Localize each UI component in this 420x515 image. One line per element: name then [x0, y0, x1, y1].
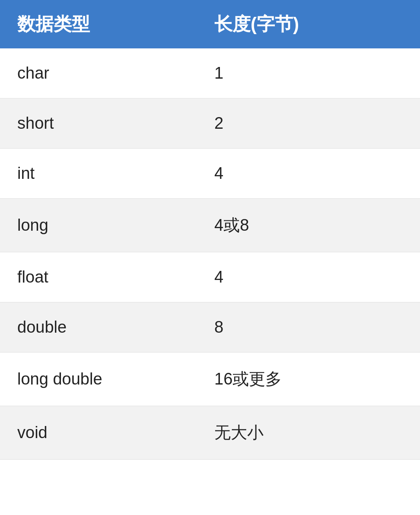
cell-size: 4 [206, 268, 403, 286]
cell-type: char [17, 64, 206, 83]
cell-type: int [17, 164, 206, 183]
table-header: 数据类型 长度(字节) [0, 0, 420, 48]
data-types-table: 数据类型 长度(字节) char 1 short 2 int 4 long 4或… [0, 0, 420, 460]
cell-type: long double [17, 370, 206, 388]
cell-type: double [17, 318, 206, 337]
header-size-column: 长度(字节) [206, 12, 403, 36]
header-type-column: 数据类型 [17, 12, 206, 36]
cell-type: long [17, 216, 206, 235]
table-row: short 2 [0, 99, 420, 149]
cell-size: 2 [206, 114, 403, 133]
table-row: void 无大小 [0, 406, 420, 460]
table-row: char 1 [0, 48, 420, 99]
cell-size: 4 [206, 164, 403, 183]
cell-size: 4或8 [206, 214, 403, 236]
cell-size: 无大小 [206, 422, 403, 444]
cell-size: 1 [206, 64, 403, 83]
cell-type: void [17, 423, 206, 442]
table-row: long 4或8 [0, 199, 420, 252]
cell-type: short [17, 114, 206, 133]
cell-type: float [17, 268, 206, 286]
table-row: long double 16或更多 [0, 353, 420, 406]
table-row: float 4 [0, 252, 420, 302]
cell-size: 16或更多 [206, 368, 403, 390]
table-row: double 8 [0, 302, 420, 353]
cell-size: 8 [206, 318, 403, 337]
table-row: int 4 [0, 149, 420, 199]
table-body: char 1 short 2 int 4 long 4或8 float 4 do… [0, 48, 420, 460]
